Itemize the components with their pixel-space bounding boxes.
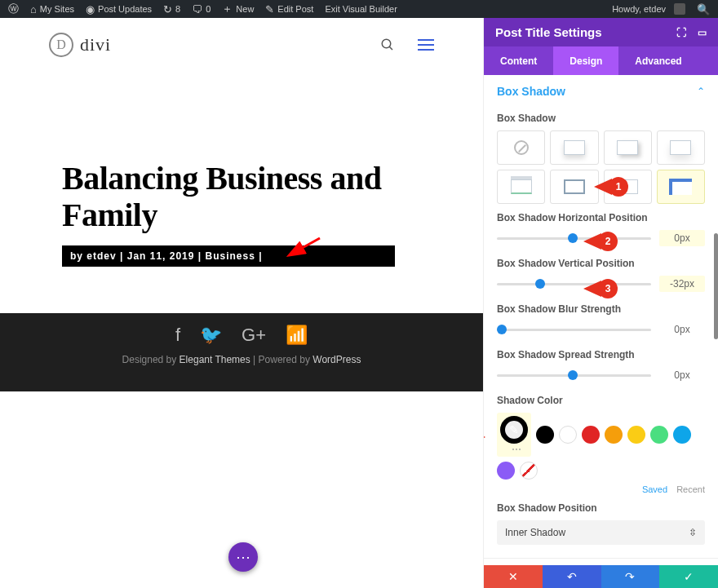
undo-icon: ↶ (567, 570, 577, 583)
undo-button[interactable]: ↶ (543, 565, 601, 588)
wordpress-icon: ⓦ (8, 2, 19, 16)
blur-label: Box Shadow Blur Strength (497, 303, 705, 315)
swatch-green[interactable] (650, 426, 668, 444)
home-icon: ⌂ (30, 3, 37, 15)
preset-3[interactable] (604, 130, 652, 165)
check-icon: ✓ (684, 570, 694, 583)
search-icon: 🔍 (697, 3, 710, 15)
wp-logo-menu[interactable]: ⓦ (3, 2, 24, 16)
refresh-icon: ↻ (163, 3, 172, 15)
shadow-position-select[interactable]: Inner Shadow ⇳ (497, 520, 705, 545)
close-icon: ✕ (508, 570, 518, 583)
preset-5[interactable] (497, 170, 545, 204)
divi-fab-button[interactable]: ⋯ (228, 542, 258, 572)
tab-advanced[interactable]: Advanced (618, 46, 698, 75)
recent-colors-link[interactable]: Recent (676, 484, 705, 494)
comments-count: 0 (206, 4, 211, 14)
panel-tabs: Content Design Advanced (484, 46, 718, 75)
my-sites-menu[interactable]: ⌂My Sites (25, 3, 79, 15)
snap-icon[interactable]: ▭ (698, 27, 707, 38)
panel-footer: ✕ ↶ ↷ ✓ (484, 565, 718, 588)
section-box-shadow-head[interactable]: Box Shadow ⌃ (497, 80, 705, 108)
swatch-blue[interactable] (673, 426, 691, 444)
box-shadow-label: Box Shadow (497, 113, 705, 124)
exit-vb-link[interactable]: Exit Visual Builder (320, 4, 401, 14)
ellipsis-icon[interactable]: ⋯ (505, 444, 523, 455)
preset-6[interactable] (550, 170, 598, 204)
scrollbar[interactable] (714, 233, 718, 339)
twitter-icon[interactable]: 🐦 (200, 325, 222, 346)
post-meta-bar: by etdev | Jan 11, 2019 | Business | (62, 245, 395, 267)
spread-value[interactable]: 0px (659, 367, 705, 383)
post-updates-label: Post Updates (98, 4, 152, 14)
edit-post-menu[interactable]: ✎Edit Post (260, 3, 318, 15)
vpos-slider[interactable] (497, 276, 651, 291)
edit-post-label: Edit Post (277, 4, 313, 14)
settings-panel: Post Title Settings ⛶ ▭ Content Design A… (484, 18, 718, 588)
spread-slider[interactable] (497, 368, 651, 382)
logo-mark: D (49, 33, 73, 57)
hpos-value[interactable]: 0px (659, 230, 705, 246)
googleplus-icon[interactable]: G+ (242, 325, 266, 346)
section-filters[interactable]: Filters ⌄ (484, 558, 718, 565)
preset-none[interactable] (497, 130, 545, 165)
select-caret-icon: ⇳ (689, 527, 697, 538)
menu-burger-icon[interactable] (418, 39, 434, 51)
redo-button[interactable]: ↷ (601, 565, 660, 588)
new-menu[interactable]: ＋New (217, 2, 259, 16)
tab-content[interactable]: Content (484, 46, 553, 75)
swatch-orange[interactable] (605, 426, 623, 444)
howdy-menu[interactable]: Howdy, etdev (607, 3, 690, 15)
section-title: Box Shadow (497, 85, 565, 98)
eyedropper-icon: ✎ (509, 423, 519, 436)
site-header: D divi (0, 18, 483, 71)
blur-value[interactable]: 0px (659, 321, 705, 338)
preset-2[interactable] (550, 130, 598, 165)
save-button[interactable]: ✓ (659, 565, 718, 588)
swatch-transparent[interactable] (520, 462, 538, 480)
header-search-icon[interactable] (380, 38, 395, 52)
color-picker-button[interactable]: ✎ (500, 416, 528, 444)
expand-icon[interactable]: ⛶ (676, 27, 686, 38)
site-logo[interactable]: D divi (49, 33, 111, 57)
search-toggle[interactable]: 🔍 (692, 3, 715, 15)
saved-colors-link[interactable]: Saved (642, 484, 667, 494)
panel-body: Box Shadow ⌃ Box Shadow Box Shadow Horiz… (484, 75, 718, 565)
chevron-up-icon: ⌃ (697, 86, 705, 97)
swatch-tabs: Saved Recent (497, 484, 705, 494)
preset-7[interactable] (604, 170, 652, 204)
panel-title: Post Title Settings (495, 25, 602, 39)
preview-pane: D divi Balancing Business and Family by … (0, 18, 484, 588)
swatch-purple[interactable] (497, 462, 515, 480)
blur-slider[interactable] (497, 322, 651, 337)
footer-et-link[interactable]: Elegant Themes (180, 354, 250, 365)
preset-8[interactable] (657, 170, 705, 204)
hpos-slider[interactable] (497, 231, 651, 245)
post-updates-menu[interactable]: ◉Post Updates (81, 3, 157, 15)
pencil-icon: ✎ (265, 3, 274, 15)
post-content: Balancing Business and Family by etdev |… (0, 71, 483, 267)
swatch-white[interactable] (559, 426, 577, 444)
select-value: Inner Shadow (505, 527, 565, 538)
updates-menu[interactable]: ↻8 (158, 3, 185, 15)
discard-button[interactable]: ✕ (484, 565, 543, 588)
redo-icon: ↷ (625, 570, 635, 583)
facebook-icon[interactable]: f (175, 325, 180, 346)
vpos-value[interactable]: -32px (659, 276, 705, 292)
footer-wp-link[interactable]: WordPress (312, 354, 361, 365)
ellipsis-icon: ⋯ (236, 548, 250, 566)
comment-icon: 🗨 (192, 3, 202, 15)
howdy-label: Howdy, etdev (612, 4, 666, 14)
tab-design[interactable]: Design (553, 46, 618, 75)
swatch-red[interactable] (582, 426, 600, 444)
shadow-color-label: Shadow Color (497, 395, 705, 406)
shadow-pos-label: Box Shadow Position (497, 502, 705, 514)
rss-icon[interactable]: 📶 (286, 325, 308, 346)
comments-menu[interactable]: 🗨0 (187, 3, 215, 15)
preset-4[interactable] (657, 130, 705, 165)
shadow-presets (497, 130, 705, 204)
swatch-black[interactable] (536, 426, 554, 444)
spread-label: Box Shadow Spread Strength (497, 349, 705, 360)
swatch-yellow[interactable] (627, 426, 645, 444)
color-swatches: ✎ ⋯ (497, 413, 705, 480)
